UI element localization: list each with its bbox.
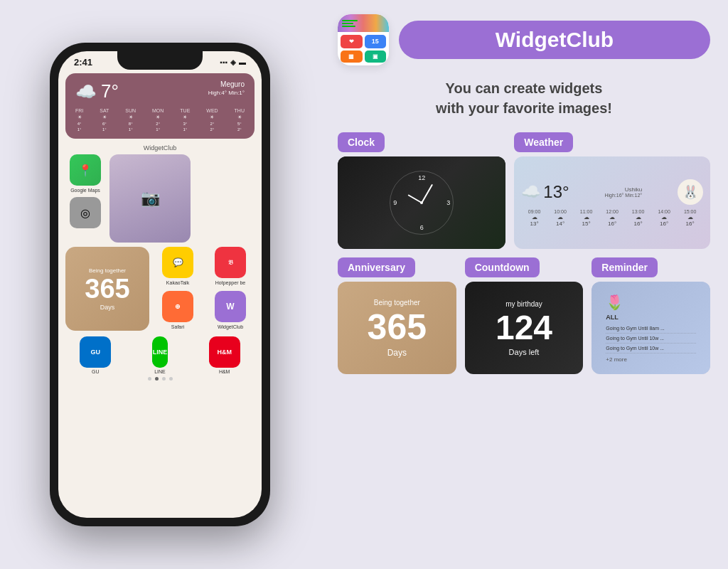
reminder-text-3: Going to Gym Until 10w ...	[606, 346, 696, 351]
hm-icon: H&M	[209, 336, 240, 368]
bottom-category-row: Anniversary Being together 365 Days Coun…	[338, 257, 710, 374]
reminder-item-2: Going to Gym Until 10w ...	[606, 334, 696, 344]
wp-times-row: 09:0010:0011:0012:0013:0014:0015:00	[521, 209, 703, 214]
bunny-icon: 🐰	[678, 179, 703, 205]
dot-3	[162, 377, 166, 381]
countdown-number: 124	[496, 311, 552, 345]
clock-min-hand	[422, 184, 433, 203]
phone-app-wifi[interactable]: ◎	[65, 197, 105, 228]
dot-1	[148, 377, 151, 381]
phone-bottom-row: Being together 365 Days 💬 KakaoTalk 𝔅 Ho…	[65, 247, 255, 331]
reminder-item-1: Going to Gym Until 8am ...	[606, 324, 696, 334]
clock-12: 12	[418, 174, 425, 181]
phone-weather-temp: 7°	[101, 80, 119, 102]
gu-icon: GU	[80, 336, 111, 368]
phone-app-line[interactable]: LINE LINE	[130, 336, 191, 374]
wp-location: Ushiku	[604, 186, 642, 193]
reminder-preview: 🌷 ALL Going to Gym Until 8am ... Going t…	[592, 282, 710, 374]
phone-small-icons: 💬 KakaoTalk 𝔅 Hotpepper be ⊕ Safari	[154, 247, 255, 331]
reminder-item-3: Going to Gym Until 10w ...	[606, 344, 696, 353]
phone-weather-forecast: FRI☀4°1° SAT☀6°1° SUN☀8°1° MON☀2°1° TUE☀…	[75, 108, 245, 132]
phone-app-gu[interactable]: GU GU	[65, 336, 126, 374]
phone-notch	[117, 51, 203, 70]
clock-preview: 12 3 6 9	[338, 156, 505, 249]
signal-icon: ▪▪▪	[220, 58, 228, 66]
phone-device: 2:41 ▪▪▪ ◈ ▬ ☁️ 7° Meguro	[50, 43, 270, 526]
phone-time: 2:41	[74, 57, 92, 68]
page-dots	[65, 377, 255, 381]
anniversary-category: Anniversary Being together 365 Days	[338, 257, 456, 374]
phone-weather-high: High:4° Min:1°	[208, 90, 245, 96]
reminder-title: ALL	[606, 314, 696, 321]
clock-face: 12 3 6 9	[390, 171, 454, 235]
line-icon: LINE	[152, 336, 168, 368]
reminder-badge: Reminder	[592, 257, 658, 277]
phone-anni-being: Being together	[89, 267, 126, 274]
right-panel: ❤ 15 ▦ ▣ WidgetClub You can create widge…	[320, 0, 728, 569]
phone-app-hotpepper[interactable]: 𝔅 Hotpepper be	[206, 247, 255, 287]
app-name-badge: WidgetClub	[399, 21, 710, 59]
phone-screen-area: 2:41 ▪▪▪ ◈ ▬ ☁️ 7° Meguro	[58, 51, 262, 518]
top-category-row: Clock 12 3 6 9 Weather	[338, 132, 710, 249]
weather-preview-inner: ☁️ 13° Ushiku High:16° Min:12° 🐰 09:0010	[514, 174, 710, 233]
reminder-text-2: Going to Gym Until 10w ...	[606, 336, 696, 341]
weather-preview: ☁️ 13° Ushiku High:16° Min:12° 🐰 09:0010	[514, 156, 710, 249]
countdown-badge: Countdown	[465, 257, 540, 277]
reminder-category: Reminder 🌷 ALL Going to Gym Until 8am ..…	[592, 257, 710, 374]
clock-badge: Clock	[338, 132, 385, 152]
battery-icon: ▬	[239, 58, 246, 66]
kakao-label: KakaoTalk	[166, 280, 189, 285]
app-header: ❤ 15 ▦ ▣ WidgetClub	[338, 14, 710, 65]
anni-days-number: 365	[368, 309, 427, 345]
maps-icon: 📍	[70, 154, 101, 186]
clock-9: 9	[393, 199, 397, 206]
phone-bottom-apps: GU GU LINE LINE H&M H&M	[65, 336, 255, 374]
phone-app-hm[interactable]: H&M H&M	[194, 336, 255, 374]
kakao-icon: 💬	[162, 247, 193, 278]
phone-app-safari[interactable]: ⊕ Safari	[154, 291, 202, 331]
app-icon-widget: ❤ 15 ▦ ▣	[338, 14, 389, 65]
phone-content: ☁️ 7° Meguro High:4° Min:1° FRI☀4°1° SAT…	[58, 68, 262, 389]
hotpepper-label: Hotpepper be	[215, 280, 245, 285]
line-label: LINE	[154, 369, 166, 374]
phone-app-widgetclub[interactable]: W WidgetClub	[206, 291, 255, 331]
countdown-preview: my birthday 124 Days left	[465, 282, 584, 374]
wp-temp-row: 13°14°15°16°16°16°16°	[521, 220, 703, 227]
countdown-category: Countdown my birthday 124 Days left	[465, 257, 584, 374]
clock-category: Clock 12 3 6 9	[338, 132, 505, 249]
reminder-more: +2 more	[606, 356, 696, 363]
tagline: You can create widgets with your favorit…	[338, 78, 710, 118]
cloud-icon: ☁️	[75, 82, 97, 102]
wp-cloud-icon: ☁️	[521, 183, 540, 201]
widgetclub-icon: W	[215, 291, 246, 322]
anniversary-preview: Being together 365 Days	[338, 282, 456, 374]
dot-2	[155, 377, 159, 381]
wp-high-min: High:16° Min:12°	[604, 193, 642, 198]
phone-app-maps[interactable]: 📍 Google Maps	[65, 154, 105, 193]
wp-cloud-row: ☁☁☁☁☁☁☁	[521, 214, 703, 220]
safari-icon: ⊕	[162, 291, 193, 322]
phone-mockup-panel: 2:41 ▪▪▪ ◈ ▬ ☁️ 7° Meguro	[0, 0, 320, 569]
gu-label: GU	[92, 369, 100, 374]
anni-being-text: Being together	[374, 299, 420, 307]
phone-weather-location: Meguro	[208, 80, 245, 88]
reminder-text-1: Going to Gym Until 8am ...	[606, 326, 696, 331]
phone-anniversary-widget: Being together 365 Days	[65, 247, 149, 331]
countdown-label: Days left	[509, 348, 540, 356]
phone-photo-widget: 📷	[109, 154, 191, 243]
phone-status-icons: ▪▪▪ ◈ ▬	[220, 58, 246, 66]
clock-6: 6	[420, 224, 424, 231]
tagline-line1: You can create widgets	[446, 80, 603, 96]
tagline-line2: with your favorite images!	[436, 100, 612, 116]
maps-label: Google Maps	[70, 188, 100, 193]
wifi-icon: ◈	[230, 58, 236, 66]
hotpepper-icon: 𝔅	[215, 247, 246, 278]
app-title: WidgetClub	[496, 28, 614, 52]
phone-anni-label: Days	[100, 304, 115, 311]
anni-days-label: Days	[387, 348, 407, 358]
wifi-app-icon: ◎	[70, 197, 101, 228]
countdown-title: my birthday	[505, 300, 542, 308]
weather-category: Weather ☁️ 13° Ushiku High:16° Min:12°	[514, 132, 710, 249]
widgetclub-app-label: WidgetClub	[218, 324, 243, 329]
phone-app-kakao[interactable]: 💬 KakaoTalk	[154, 247, 202, 287]
